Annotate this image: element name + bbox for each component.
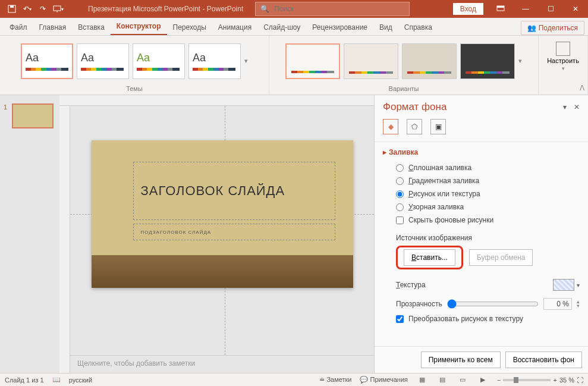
search-box[interactable]: 🔍 [255, 2, 410, 16]
variants-group: ▾ Варианты [269, 36, 539, 95]
slide-thumbnail[interactable]: 1 [5, 103, 55, 128]
canvas-area: ЗАГОЛОВОК СЛАЙДА ПОДЗАГОЛОВОК СЛАЙДА Щел… [59, 95, 374, 373]
transparency-value[interactable]: 0 % [543, 298, 572, 310]
tab-help[interactable]: Справка [398, 20, 438, 35]
status-bar: Слайд 1 из 1 📖 русский ≐ Заметки 💬 Приме… [0, 373, 588, 386]
tab-review[interactable]: Рецензирование [306, 20, 373, 35]
apply-all-button[interactable]: Применить ко всем [421, 352, 501, 368]
search-input[interactable] [274, 5, 404, 13]
tab-file[interactable]: Файл [4, 20, 33, 35]
spinner-icon[interactable]: ▴▾ [577, 300, 580, 308]
zoom-out-icon[interactable]: − [497, 376, 501, 384]
pane-options-icon[interactable]: ▾ [563, 103, 567, 111]
slide-position[interactable]: Слайд 1 из 1 [5, 376, 44, 384]
title-placeholder[interactable]: ЗАГОЛОВОК СЛАЙДА [133, 162, 335, 220]
solid-fill-radio[interactable]: ССплошная заливкаплошная заливка [383, 161, 580, 174]
theme-tile[interactable]: Aa [77, 43, 129, 79]
tab-insert[interactable]: Вставка [72, 20, 111, 35]
tab-view[interactable]: Вид [373, 20, 398, 35]
zoom-in-icon[interactable]: + [553, 376, 556, 384]
title-bar: ↶ ▾ ↷ ▾ Презентация Microsoft PowerPoint… [0, 0, 588, 18]
image-source-label: Источник изображения [383, 227, 580, 246]
start-slideshow-icon[interactable]: ▾ [51, 2, 65, 16]
gradient-fill-radio[interactable]: Градиентная заливка [383, 174, 580, 187]
zoom-value[interactable]: 35 % [559, 376, 574, 384]
zoom-slider[interactable] [503, 379, 551, 381]
zoom-control: − + 35 % ⛶ [497, 376, 583, 384]
notes-input[interactable]: Щелкните, чтобы добавить заметки [70, 355, 374, 373]
theme-tile[interactable]: Aa [133, 43, 185, 79]
chevron-down-icon: ▾ [562, 65, 565, 71]
svg-rect-1 [10, 5, 14, 8]
configure-button[interactable]: Настроить ▾ [542, 38, 584, 71]
svg-rect-5 [497, 6, 504, 8]
ruler-vertical [59, 106, 70, 373]
variants-more-icon[interactable]: ▾ [518, 57, 522, 65]
hide-background-checkbox[interactable]: Скрыть фоновые рисунки [383, 214, 580, 227]
maximize-icon[interactable]: ☐ [538, 0, 563, 18]
format-background-pane: Формат фона ▾ ✕ ◆ ⬠ ▣ ▸Заливка ССплошная… [374, 95, 588, 373]
chevron-down-icon[interactable]: ▾ [577, 282, 580, 288]
undo-icon[interactable]: ↶ ▾ [20, 2, 34, 16]
login-button[interactable]: Вход [453, 3, 483, 15]
slide-stage[interactable]: ЗАГОЛОВОК СЛАЙДА ПОДЗАГОЛОВОК СЛАЙДА [70, 106, 374, 355]
reading-view-icon[interactable]: ▭ [457, 375, 468, 385]
ribbon: Aa Aa Aa Aa ▾ Темы ▾ Варианты Настроить … [0, 36, 588, 95]
insert-button[interactable]: Вставить... [404, 249, 455, 266]
search-icon: 🔍 [260, 5, 269, 13]
picture-tab-icon[interactable]: ▣ [430, 119, 446, 134]
tab-home[interactable]: Главная [33, 20, 73, 35]
variant-tile[interactable] [460, 43, 515, 79]
ribbon-tabs: Файл Главная Вставка Конструктор Переход… [0, 18, 588, 36]
normal-view-icon[interactable]: ▦ [416, 375, 428, 385]
tab-animations[interactable]: Анимация [212, 20, 257, 35]
ribbon-options-icon[interactable] [488, 0, 513, 18]
callout-highlight: Вставить... [396, 246, 463, 269]
picture-fill-radio[interactable]: Рисунок или текстура [383, 187, 580, 200]
clipboard-button[interactable]: Буфер обмена [469, 249, 533, 266]
fill-tab-icon[interactable]: ◆ [383, 119, 398, 134]
language[interactable]: русский [69, 376, 92, 384]
collapse-ribbon-icon[interactable]: ᐱ [580, 84, 584, 92]
minimize-icon[interactable]: — [513, 0, 538, 18]
theme-tile[interactable]: Aa [21, 43, 73, 79]
pane-close-icon[interactable]: ✕ [574, 103, 580, 111]
themes-group: Aa Aa Aa Aa ▾ Темы [0, 36, 269, 95]
effects-tab-icon[interactable]: ⬠ [407, 119, 422, 134]
transparency-label: Прозрачность [396, 300, 442, 308]
fit-to-window-icon[interactable]: ⛶ [577, 376, 583, 384]
tile-checkbox[interactable]: Преобразовать рисунок в текстуру [383, 312, 580, 325]
fill-section-header[interactable]: ▸Заливка [383, 148, 580, 156]
theme-tile[interactable]: Aa [188, 43, 241, 79]
slide[interactable]: ЗАГОЛОВОК СЛАЙДА ПОДЗАГОЛОВОК СЛАЙДА [92, 140, 353, 288]
thumbnails-panel: 1 [0, 95, 59, 373]
ruler-horizontal [59, 95, 374, 106]
document-title: Презентация Microsoft PowerPoint - Power… [88, 5, 243, 13]
save-icon[interactable] [5, 2, 19, 16]
texture-swatch[interactable] [553, 279, 574, 291]
subtitle-placeholder[interactable]: ПОДЗАГОЛОВОК СЛАЙДА [133, 224, 335, 240]
sorter-view-icon[interactable]: ▤ [436, 375, 448, 385]
redo-icon[interactable]: ↷ [36, 2, 50, 16]
variant-tile[interactable] [344, 43, 398, 79]
slideshow-view-icon[interactable]: ▶ [477, 375, 489, 385]
slide-size-icon [556, 42, 570, 56]
tab-transitions[interactable]: Переходы [167, 20, 212, 35]
tab-design[interactable]: Конструктор [111, 18, 167, 35]
comments-toggle[interactable]: 💬 Примечания [360, 376, 408, 384]
transparency-slider[interactable] [447, 299, 539, 309]
reset-background-button[interactable]: Восстановить фон [505, 352, 582, 368]
themes-more-icon[interactable]: ▾ [244, 57, 248, 65]
variant-tile[interactable] [402, 43, 457, 79]
variant-tile[interactable] [285, 43, 340, 79]
spellcheck-icon[interactable]: 📖 [52, 376, 61, 384]
close-icon[interactable]: ✕ [563, 0, 588, 18]
work-area: 1 ЗАГОЛОВОК СЛАЙДА ПОДЗАГОЛОВОК СЛАЙДА Щ… [0, 95, 588, 373]
tab-slideshow[interactable]: Слайд-шоу [257, 20, 306, 35]
svg-rect-2 [54, 6, 61, 11]
pattern-fill-radio[interactable]: Узорная заливка [383, 200, 580, 214]
notes-toggle[interactable]: ≐ Заметки [319, 376, 351, 384]
variants-label: Варианты [389, 84, 419, 93]
pane-title: Формат фона [383, 101, 556, 113]
share-button[interactable]: 👥Поделиться [521, 21, 584, 35]
